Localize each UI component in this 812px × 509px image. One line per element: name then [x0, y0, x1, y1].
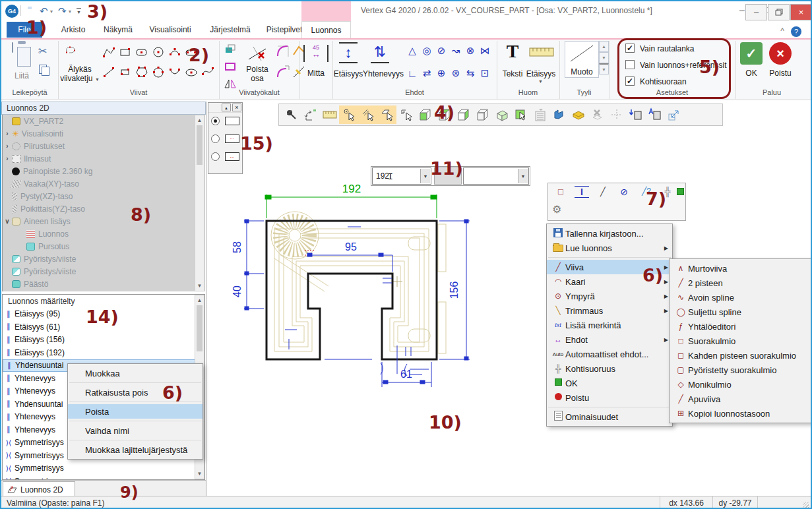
smart-chain-icon[interactable] [65, 42, 79, 59]
snap-line-icon[interactable] [358, 105, 377, 124]
snap-corner-icon[interactable] [396, 105, 416, 124]
menu-item-edit[interactable]: Muokkaa [68, 366, 203, 380]
scrollbar-thumb[interactable] [197, 305, 203, 351]
ruler-icon[interactable] [320, 105, 339, 124]
submenu-item-rounded-rectangle[interactable]: ▢Pyöristetty suorakulmio [670, 363, 811, 377]
tray-icon[interactable] [569, 105, 588, 124]
ok-indicator-icon[interactable] [677, 188, 684, 195]
menu-item-perpendicular[interactable]: ╬Kohtisuoruus [547, 361, 672, 376]
dimension-58-40[interactable] [244, 220, 264, 310]
paste-label[interactable]: Liitä [7, 71, 37, 80]
resize-grip[interactable] [803, 502, 809, 508]
menu-item-read-sketch[interactable]: Lue luonnos▶ [547, 241, 672, 255]
snap-plane-icon[interactable] [377, 105, 396, 124]
tree-item[interactable]: Pyöristys/viiste [3, 253, 205, 265]
exit-button[interactable]: × [769, 42, 792, 65]
menu-item-arc[interactable]: ◠Kaari▶ [547, 274, 672, 289]
redo-button[interactable]: ↷▼ [58, 4, 73, 18]
menu-item-edit-sort-order[interactable]: Muokkaa lajittelujärjestystä [68, 442, 203, 457]
constraint-item[interactable]: ⟩⟨Symmetrisyys [3, 462, 204, 475]
radius-constraint-icon[interactable]: ⊕ [434, 66, 449, 80]
cube-top-green-icon[interactable] [435, 105, 454, 124]
tree-item[interactable]: ›Ilmiasut [3, 152, 205, 165]
symmetry-constraint-icon[interactable]: ⋈ [478, 44, 492, 58]
menu-visualisointi[interactable]: Visualisointi [141, 22, 199, 38]
tree-item[interactable]: Painopiste 2.360 kg [3, 165, 205, 177]
list-view-icon[interactable] [530, 105, 549, 124]
rectangle-icon[interactable] [118, 45, 133, 61]
checkbox-sketch-refs-label[interactable]: Vain luonnos+referenssit [640, 61, 727, 70]
distance-constraint-label[interactable]: Etäisyys [331, 69, 365, 78]
menu-jarjestelma[interactable]: Järjestelmä [203, 22, 257, 38]
cube-insert-icon[interactable] [626, 105, 645, 124]
snap-center-icon[interactable] [339, 105, 358, 124]
tree-item[interactable]: ›Piirustukset [3, 140, 205, 152]
checkbox-perpendicular[interactable]: ✓ [625, 76, 635, 86]
tree-item[interactable]: Pursotus [3, 240, 205, 253]
menu-item-ok[interactable]: OK [547, 376, 672, 390]
fillet2-icon[interactable] [276, 65, 290, 81]
mdi-close-button[interactable]: × [790, 4, 812, 20]
menu-item-properties[interactable]: Ominaisuudet [547, 409, 672, 424]
cube-side-green-icon[interactable] [454, 105, 473, 124]
measure-label[interactable]: Mitta [299, 69, 332, 78]
menu-item-auto-conditions[interactable]: AutoAutomaattiset ehdot... [547, 347, 672, 361]
menu-item-delete[interactable]: Poista [68, 404, 203, 419]
checkbox-wireframe[interactable]: ✓ [625, 44, 635, 53]
cube-wire-icon[interactable] [473, 105, 492, 124]
cube-front-green-icon[interactable] [416, 105, 435, 124]
resize-view-icon[interactable] [664, 105, 683, 124]
dropdown-icon[interactable]: ▼ [518, 169, 528, 183]
smart-chain-button[interactable]: Älykäs viivaketju ▼ [58, 65, 102, 84]
perpendicular-grid-icon[interactable]: ╬ [660, 187, 675, 196]
gear-icon[interactable]: ⚙ [552, 203, 561, 216]
close-panel-icon[interactable]: × [232, 104, 241, 111]
submenu-item-open-spline[interactable]: ∿Avoin spline [670, 290, 811, 305]
dimension-note-dropdown-icon[interactable]: ▼ [538, 79, 543, 84]
query-line-icon[interactable]: ╱? [638, 187, 655, 196]
dimension-note-icon[interactable] [529, 46, 554, 60]
submenu-item-polygon[interactable]: ◇Monikulmio [670, 377, 811, 392]
display-mode-option-2[interactable]: ⋯ [208, 125, 242, 143]
rounded-rect-icon[interactable] [135, 45, 149, 61]
line-icon[interactable] [102, 65, 116, 81]
cut-icon[interactable]: ✂ [38, 45, 47, 57]
spinner-up-icon[interactable]: ▲ [599, 41, 609, 52]
slot-icon[interactable] [184, 45, 199, 61]
tree-item[interactable]: Pyöristys/viiste [3, 265, 205, 278]
submenu-item-rectangle[interactable]: □Suorakulmio [670, 334, 811, 348]
display-mode-option-1[interactable] [208, 113, 242, 125]
customize-toolbar-icon[interactable]: ▼ [77, 8, 81, 15]
constraint-item[interactable]: ∥Etäisyys (95) [3, 308, 204, 321]
dim-width-label[interactable]: 192 [342, 183, 361, 195]
collapse-ribbon-icon[interactable]: ^ [780, 26, 784, 36]
perpendicular-constraint-icon[interactable]: ∟ [405, 66, 420, 80]
dimension-combo-2[interactable]: ▼ [463, 167, 529, 185]
spinner-last-icon[interactable]: ▼ [599, 63, 609, 75]
submenu-item-copy-to-sketch-plane[interactable]: ⊞Kopioi luonnostasoon [670, 406, 811, 421]
diameter-constraint-icon[interactable]: ⊘ [434, 44, 449, 58]
measure-icon[interactable]: 45↔ [303, 45, 328, 62]
shape-style-button[interactable]: Muoto [565, 41, 599, 78]
menu-item-add-note[interactable]: txtLisää merkintä [547, 318, 672, 332]
checkbox-wireframe-label[interactable]: Vain rautalanka [640, 44, 695, 53]
tree-item[interactable]: Poikittais(YZ)-taso [3, 202, 205, 215]
radio[interactable] [211, 135, 220, 143]
constraint-item[interactable]: ∥Etäisyys (192) [3, 346, 204, 359]
help-icon[interactable]: ? [791, 26, 801, 37]
tree-item[interactable]: Luonnos [3, 227, 205, 240]
paste-icon[interactable] [12, 43, 13, 52]
parallel-constraint-icon[interactable]: ⇄ [420, 66, 434, 80]
menu-item-rename[interactable]: Vaihda nimi [68, 423, 203, 438]
dim-95-label[interactable]: 95 [345, 241, 357, 253]
menu-item-circle[interactable]: ⊙Ympyrä▶ [547, 289, 672, 303]
dropdown-icon[interactable]: ▼ [420, 169, 430, 183]
submenu-item-equation-editor[interactable]: ƒYhtälöeditori [670, 319, 811, 334]
mdi-restore-button[interactable] [768, 4, 790, 20]
rect-dim-icon[interactable]: □ [553, 187, 568, 196]
pin-icon[interactable] [282, 105, 301, 124]
radio[interactable] [211, 152, 220, 161]
tab-luonnos[interactable]: Luonnos [301, 21, 351, 38]
menu-item-conditions[interactable]: ↔Ehdot▶ [547, 332, 672, 347]
diameter-quick-icon[interactable]: ⊘ [617, 187, 631, 197]
